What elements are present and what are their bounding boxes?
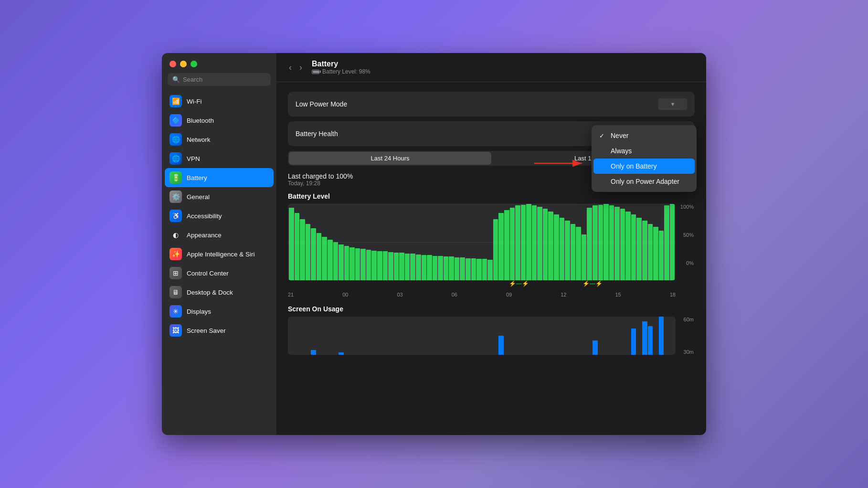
- screen-usage-chart-section: Screen On Usage 60m 30m: [288, 305, 695, 355]
- sidebar-item-displays[interactable]: ✳ Displays: [165, 302, 274, 321]
- battery-y-labels: 100% 50% 0%: [680, 204, 695, 266]
- siri-icon: ✨: [169, 248, 182, 260]
- battery-bar: [438, 256, 443, 280]
- dropdown-item-only_power[interactable]: Only on Power Adapter: [592, 174, 697, 189]
- sidebar-item-label: Desktop & Dock: [187, 289, 233, 296]
- search-icon: 🔍: [172, 76, 180, 83]
- battery-bar: [493, 219, 498, 280]
- battery-bar: [521, 205, 526, 280]
- battery-bar: [598, 205, 603, 280]
- low-power-mode-dropdown[interactable]: ▼: [658, 98, 687, 110]
- sidebar-item-accessibility[interactable]: ♿ Accessibility: [165, 206, 274, 225]
- battery-bar: [482, 259, 487, 280]
- y-label-0: 0%: [680, 260, 694, 266]
- sidebar-item-label: Network: [187, 136, 211, 143]
- x-label: 00: [342, 292, 348, 297]
- maximize-button[interactable]: [191, 61, 197, 67]
- sidebar-item-siri[interactable]: ✨ Apple Intelligence & Siri: [165, 244, 274, 264]
- battery-bar: [328, 240, 333, 280]
- titlebar-controls: [162, 53, 276, 73]
- battery-bar: [603, 204, 609, 280]
- sidebar-item-battery[interactable]: 🔋 Battery: [165, 168, 274, 187]
- system-settings-window: 🔍 Search 📶 Wi-Fi 🔷 Bluetooth 🌐 Network 🌐…: [162, 53, 706, 435]
- screen-bar: [498, 336, 504, 355]
- screen-bar: [648, 326, 653, 355]
- battery-bar: [388, 252, 393, 280]
- red-arrow: [534, 156, 592, 170]
- screen-chart-wrapper: 60m 30m: [288, 317, 695, 355]
- dropdown-label-never: Never: [611, 132, 628, 139]
- sidebar-item-appearance[interactable]: ◐ Appearance: [165, 225, 274, 244]
- battery-bar: [317, 233, 322, 280]
- sidebar-item-screensaver[interactable]: 🖼 Screen Saver: [165, 321, 274, 340]
- battery-icon: 🔋: [169, 171, 182, 184]
- control-icon: ⊞: [169, 267, 182, 279]
- battery-bar: [416, 255, 421, 280]
- close-button[interactable]: [169, 61, 176, 67]
- battery-bar: [295, 213, 300, 280]
- sidebar-item-label: Wi-Fi: [187, 98, 201, 105]
- battery-bar: [322, 237, 327, 280]
- sidebar-item-vpn[interactable]: 🌐 VPN: [165, 149, 274, 168]
- battery-bar: [487, 260, 493, 280]
- battery-bar: [554, 214, 559, 280]
- nav-buttons: ‹ ›: [286, 62, 305, 74]
- battery-bar: [609, 205, 614, 280]
- battery-bar: [565, 221, 570, 280]
- nav-forward-button[interactable]: ›: [296, 62, 305, 74]
- dropdown-item-never[interactable]: ✓ Never: [592, 128, 697, 143]
- battery-bar: [449, 256, 454, 280]
- sidebar-item-label: Appearance: [187, 232, 222, 239]
- bluetooth-icon: 🔷: [169, 114, 182, 127]
- bar-container: [288, 204, 676, 280]
- screen-y-60: 60m: [684, 317, 694, 322]
- minimize-button[interactable]: [180, 61, 187, 67]
- battery-bar: [410, 254, 415, 280]
- battery-chart: [288, 204, 676, 280]
- x-label: 15: [615, 292, 621, 297]
- battery-bar: [394, 253, 399, 280]
- sidebar-item-label: Screen Saver: [187, 327, 226, 334]
- search-bar[interactable]: 🔍 Search: [168, 73, 271, 86]
- battery-bar: [648, 224, 653, 280]
- battery-x-labels: 2100030609121518: [288, 290, 676, 297]
- sidebar-item-network[interactable]: 🌐 Network: [165, 130, 274, 149]
- x-label: 09: [506, 292, 512, 297]
- dropdown-label-always: Always: [611, 147, 632, 155]
- sidebar-item-bluetooth[interactable]: 🔷 Bluetooth: [165, 111, 274, 130]
- tab-24h[interactable]: Last 24 Hours: [289, 152, 491, 165]
- battery-bar: [460, 257, 465, 280]
- sidebar-item-control[interactable]: ⊞ Control Center: [165, 264, 274, 283]
- nav-back-button[interactable]: ‹: [286, 62, 295, 74]
- content-area: Low Power Mode ▼ Battery Health ▼ ✓ Neve…: [276, 82, 706, 435]
- sidebar-item-label: General: [187, 193, 210, 201]
- battery-health-label: Battery Health: [296, 130, 338, 138]
- battery-bar: [422, 255, 427, 280]
- search-input[interactable]: Search: [183, 76, 202, 83]
- battery-bar: [515, 205, 520, 280]
- sidebar-item-wifi[interactable]: 📶 Wi-Fi: [165, 92, 274, 111]
- dropdown-label-only_battery: Only on Battery: [611, 162, 657, 170]
- battery-bar: [620, 209, 625, 280]
- x-label: 06: [452, 292, 457, 297]
- battery-bar: [444, 256, 449, 280]
- battery-bar: [631, 214, 636, 280]
- battery-bar: [653, 227, 658, 280]
- dropdown-menu: ✓ Never Always Only on Battery Only on P…: [592, 125, 697, 192]
- dropdown-item-only_battery[interactable]: Only on Battery: [593, 159, 695, 174]
- accessibility-icon: ♿: [169, 210, 182, 222]
- battery-bar: [344, 246, 349, 280]
- dropdown-item-always[interactable]: Always: [592, 143, 697, 159]
- battery-bar: [526, 204, 531, 280]
- battery-bar: [300, 219, 305, 280]
- sidebar-item-desktop[interactable]: 🖥 Desktop & Dock: [165, 283, 274, 302]
- screen-usage-title: Screen On Usage: [288, 305, 695, 313]
- sidebar-item-general[interactable]: ⚙️ General: [165, 187, 274, 206]
- battery-bar: [471, 258, 476, 280]
- main-content: ‹ › Battery Battery Level: 98% Low Power…: [276, 53, 706, 435]
- screen-bar: [311, 350, 316, 355]
- battery-bar: [537, 207, 542, 280]
- sidebar-item-label: Control Center: [187, 270, 229, 277]
- x-label: 03: [397, 292, 403, 297]
- network-icon: 🌐: [169, 133, 182, 146]
